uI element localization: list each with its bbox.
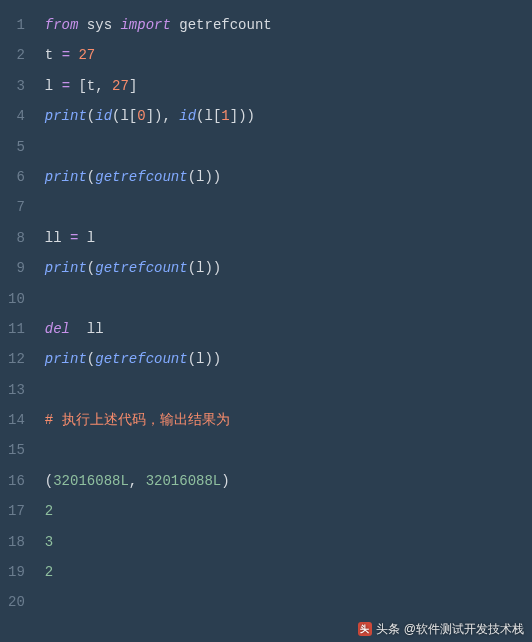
code-line: print(id(l[0]), id(l[1])) <box>45 101 524 131</box>
code-token <box>78 230 86 246</box>
code-token: ) <box>221 473 229 489</box>
code-token: l <box>205 108 213 124</box>
code-token: 0 <box>137 108 145 124</box>
code-line: del ll <box>45 314 524 344</box>
watermark-handle: @软件测试开发技术栈 <box>404 623 524 635</box>
line-number: 10 <box>8 284 25 314</box>
code-line: print(getrefcount(l)) <box>45 344 524 374</box>
code-token: 1 <box>221 108 229 124</box>
line-number: 15 <box>8 435 25 465</box>
code-token: ( <box>87 169 95 185</box>
code-line: ll = l <box>45 223 524 253</box>
line-number: 17 <box>8 496 25 526</box>
code-token: 32016088L <box>146 473 222 489</box>
code-token: print <box>45 351 87 367</box>
code-token: ( <box>196 108 204 124</box>
code-token: ]) <box>146 108 163 124</box>
code-token: getrefcount <box>95 351 187 367</box>
code-token: del <box>45 321 70 337</box>
code-token: id <box>179 108 196 124</box>
line-number: 14 <box>8 405 25 435</box>
line-number: 16 <box>8 466 25 496</box>
code-line <box>45 132 524 162</box>
line-number-gutter: 1234567891011121314151617181920 <box>0 0 35 642</box>
code-token <box>70 321 87 337</box>
code-token: )) <box>204 260 221 276</box>
code-token <box>62 230 70 246</box>
code-line: t = 27 <box>45 40 524 70</box>
code-line: # 执行上述代码，输出结果为 <box>45 405 524 435</box>
code-token: ( <box>87 260 95 276</box>
code-line: 2 <box>45 496 524 526</box>
code-line: 3 <box>45 527 524 557</box>
watermark: 头 头条 @软件测试开发技术栈 <box>358 622 524 636</box>
line-number: 13 <box>8 375 25 405</box>
line-number: 6 <box>8 162 25 192</box>
code-token: 32016088L <box>53 473 129 489</box>
code-line: print(getrefcount(l)) <box>45 162 524 192</box>
code-editor: 1234567891011121314151617181920 from sys… <box>0 0 532 642</box>
code-line <box>45 284 524 314</box>
code-area: from sys import getrefcountt = 27l = [t,… <box>35 0 532 642</box>
code-line <box>45 435 524 465</box>
code-token: 2 <box>45 564 53 580</box>
code-token <box>78 17 86 33</box>
code-token: # 执行上述代码，输出结果为 <box>45 412 230 428</box>
code-token: ] <box>129 78 137 94</box>
code-token: 27 <box>78 47 95 63</box>
code-line <box>45 587 524 617</box>
code-token: ll <box>45 230 62 246</box>
line-number: 7 <box>8 192 25 222</box>
line-number: 19 <box>8 557 25 587</box>
code-token <box>53 47 61 63</box>
code-token: getrefcount <box>179 17 271 33</box>
code-token: l <box>45 78 53 94</box>
code-token: , <box>95 78 103 94</box>
code-line: (32016088L, 32016088L) <box>45 466 524 496</box>
code-token: l <box>87 230 95 246</box>
code-token: )) <box>204 351 221 367</box>
code-token: = <box>62 47 70 63</box>
line-number: 1 <box>8 10 25 40</box>
code-token: = <box>62 78 70 94</box>
code-token: ])) <box>230 108 255 124</box>
watermark-prefix: 头条 <box>376 623 400 635</box>
code-token: sys <box>87 17 112 33</box>
code-token: t <box>87 78 95 94</box>
code-token: l <box>120 108 128 124</box>
code-line: 2 <box>45 557 524 587</box>
code-line: print(getrefcount(l)) <box>45 253 524 283</box>
code-token: [ <box>78 78 86 94</box>
code-token: ( <box>45 473 53 489</box>
code-line <box>45 192 524 222</box>
code-token: , <box>129 473 137 489</box>
code-token: getrefcount <box>95 169 187 185</box>
code-token: [ <box>129 108 137 124</box>
code-token: id <box>95 108 112 124</box>
code-line: l = [t, 27] <box>45 71 524 101</box>
line-number: 9 <box>8 253 25 283</box>
code-token: )) <box>204 169 221 185</box>
line-number: 18 <box>8 527 25 557</box>
code-token: 27 <box>112 78 129 94</box>
code-token: ( <box>188 351 196 367</box>
line-number: 3 <box>8 71 25 101</box>
watermark-logo-icon: 头 <box>358 622 372 636</box>
code-token: ( <box>87 351 95 367</box>
code-token: 2 <box>45 503 53 519</box>
code-token: ( <box>188 260 196 276</box>
line-number: 12 <box>8 344 25 374</box>
code-token: from <box>45 17 79 33</box>
code-token: ll <box>87 321 104 337</box>
code-token: import <box>120 17 170 33</box>
code-line <box>45 375 524 405</box>
code-token <box>137 473 145 489</box>
code-token <box>53 78 61 94</box>
code-token: print <box>45 260 87 276</box>
code-token <box>104 78 112 94</box>
code-token: 3 <box>45 534 53 550</box>
code-line: from sys import getrefcount <box>45 10 524 40</box>
code-token: print <box>45 169 87 185</box>
line-number: 11 <box>8 314 25 344</box>
line-number: 8 <box>8 223 25 253</box>
